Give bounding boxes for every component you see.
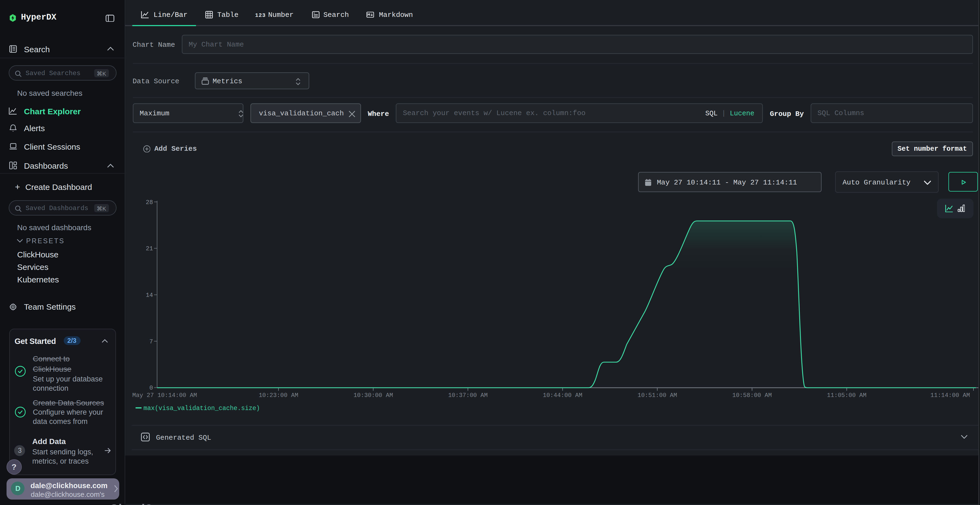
svg-text:0: 0 — [150, 385, 153, 392]
svg-text:10:51:00 AM: 10:51:00 AM — [638, 392, 677, 399]
svg-text:10:30:00 AM: 10:30:00 AM — [353, 392, 393, 399]
svg-text:10:44:00 AM: 10:44:00 AM — [543, 392, 582, 399]
svg-text:10:37:00 AM: 10:37:00 AM — [448, 392, 488, 399]
svg-text:10:58:00 AM: 10:58:00 AM — [732, 392, 772, 399]
svg-text:21: 21 — [146, 245, 153, 252]
svg-text:14: 14 — [146, 292, 153, 299]
svg-text:11:14:00 AM: 11:14:00 AM — [931, 392, 970, 399]
svg-text:11:05:00 AM: 11:05:00 AM — [827, 392, 867, 399]
svg-text:max(visa_validation_cache.size: max(visa_validation_cache.size) — [143, 405, 260, 412]
svg-text:7: 7 — [150, 338, 153, 345]
svg-text:10:23:00 AM: 10:23:00 AM — [259, 392, 298, 399]
svg-text:28: 28 — [146, 199, 153, 206]
svg-text:May 27 10:14:00 AM: May 27 10:14:00 AM — [132, 392, 197, 399]
